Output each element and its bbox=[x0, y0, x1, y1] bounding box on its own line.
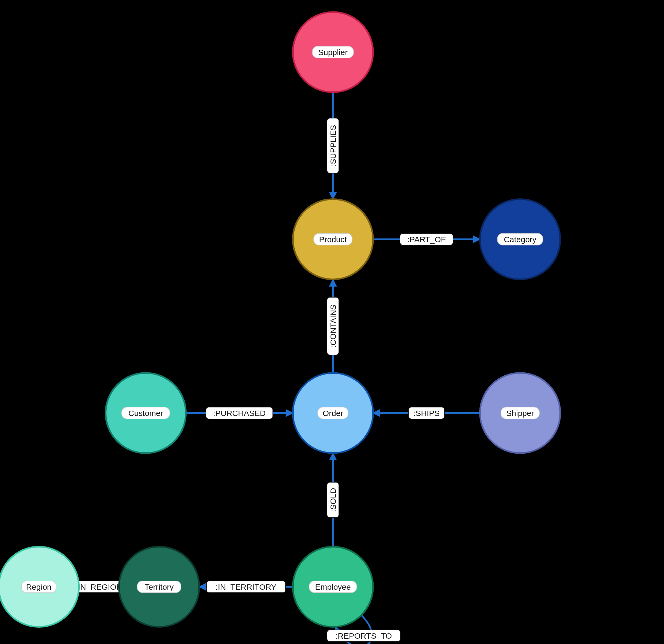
node-customer[interactable]: Customer bbox=[106, 373, 186, 453]
svg-text::PURCHASED: :PURCHASED bbox=[213, 409, 266, 417]
svg-text:Supplier: Supplier bbox=[318, 48, 348, 57]
node-order[interactable]: Order bbox=[293, 373, 373, 453]
edge-purchased[interactable]: :PURCHASED bbox=[186, 407, 293, 419]
svg-text::IN_TERRITORY: :IN_TERRITORY bbox=[215, 582, 276, 591]
svg-text:Category: Category bbox=[504, 235, 536, 244]
node-territory[interactable]: Territory bbox=[119, 547, 199, 627]
svg-text:Customer: Customer bbox=[128, 409, 163, 417]
edge-contains[interactable]: :CONTAINS bbox=[327, 279, 339, 373]
svg-text::SHIPS: :SHIPS bbox=[413, 409, 440, 417]
svg-text::CONTAINS: :CONTAINS bbox=[329, 304, 337, 347]
svg-text::SOLD: :SOLD bbox=[329, 488, 337, 512]
edge-part-of[interactable]: :PART_OF bbox=[373, 233, 480, 245]
svg-text:Employee: Employee bbox=[315, 582, 351, 591]
svg-text::IN_REGION: :IN_REGION bbox=[76, 582, 122, 591]
edge-supplies[interactable]: :SUPPLIES bbox=[327, 92, 339, 199]
edge-in-territory[interactable]: :IN_TERRITORY bbox=[199, 581, 293, 593]
edge-sold[interactable]: :SOLD bbox=[327, 453, 339, 547]
svg-text:Product: Product bbox=[319, 235, 347, 244]
svg-text:Order: Order bbox=[323, 409, 344, 417]
svg-text:Shipper: Shipper bbox=[506, 409, 534, 417]
graph-canvas[interactable]: :SUPPLIES :PART_OF :CONTAINS :PURCHASED … bbox=[0, 0, 664, 644]
svg-text::SUPPLIES: :SUPPLIES bbox=[329, 125, 337, 166]
svg-text:Territory: Territory bbox=[145, 582, 173, 591]
svg-text:Region: Region bbox=[26, 582, 51, 591]
node-region[interactable]: Region bbox=[0, 547, 79, 627]
svg-text::PART_OF: :PART_OF bbox=[407, 235, 446, 244]
svg-text::REPORTS_TO: :REPORTS_TO bbox=[336, 631, 392, 640]
node-supplier[interactable]: Supplier bbox=[293, 12, 373, 92]
node-employee[interactable]: Employee bbox=[293, 547, 373, 627]
node-product[interactable]: Product bbox=[293, 199, 373, 279]
edge-ships[interactable]: :SHIPS bbox=[373, 407, 480, 419]
node-category[interactable]: Category bbox=[480, 199, 560, 279]
node-shipper[interactable]: Shipper bbox=[480, 373, 560, 453]
